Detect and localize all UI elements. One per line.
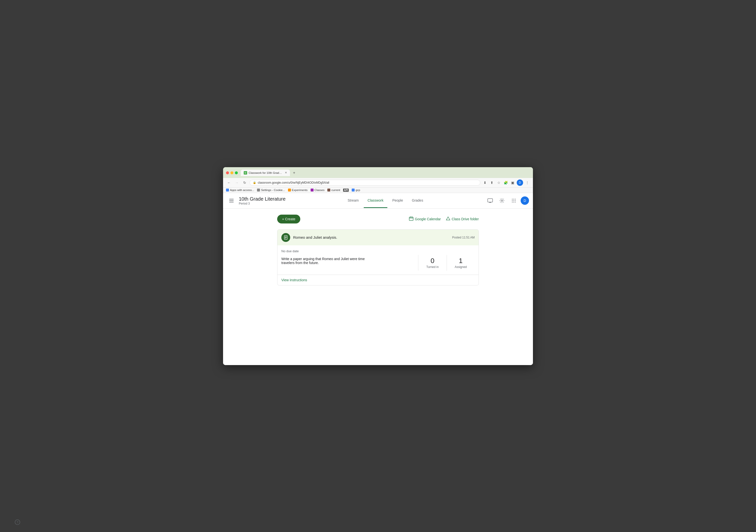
sidebar-icon[interactable]: ▣	[510, 180, 515, 185]
forward-button[interactable]: →	[234, 180, 240, 186]
header-actions: D	[485, 196, 529, 205]
bookmark-current-favicon	[327, 189, 330, 192]
svg-point-11	[514, 200, 514, 201]
bookmark-apps-label: Apps with access...	[230, 189, 254, 192]
assignment-card: Romeo and Juliet analysis. Posted 11:51 …	[277, 229, 479, 285]
bookmark-classes-favicon	[310, 189, 313, 192]
svg-point-8	[514, 199, 514, 200]
svg-rect-0	[229, 199, 234, 200]
assigned-label: Assigned	[455, 265, 467, 269]
bookmark-experiments[interactable]: Experiments	[288, 189, 308, 192]
svg-point-13	[512, 202, 513, 202]
close-window-button[interactable]	[226, 171, 229, 174]
tabs-row: C Classwork for 10th Grade Liter... ✕ +	[241, 170, 525, 176]
no-due-date: No due date	[281, 249, 475, 253]
browser-window: C Classwork for 10th Grade Liter... ✕ + …	[223, 167, 533, 365]
bookmark-settings-favicon	[257, 189, 260, 192]
bookmarks-bar: Apps with access... Settings - Cookie...…	[223, 188, 533, 193]
classwork-toolbar: + Create Google Calendar	[277, 215, 479, 224]
svg-rect-1	[229, 200, 234, 201]
tab-stream[interactable]: Stream	[343, 194, 363, 208]
tab-people[interactable]: People	[388, 194, 407, 208]
tab-title: Classwork for 10th Grade Liter...	[249, 171, 282, 174]
url-text: classroom.google.com/u/0/w/NjEyMDI4ODIxM…	[258, 181, 329, 184]
tab-close-button[interactable]: ✕	[285, 171, 287, 174]
tab-favicon: C	[244, 171, 247, 174]
svg-rect-16	[409, 217, 413, 221]
bookmark-gcp-label: gcp	[356, 189, 360, 192]
bookmark-apps-favicon	[226, 189, 229, 192]
address-field[interactable]: 🔒 classroom.google.com/u/0/w/NjEyMDI4ODI…	[250, 180, 480, 186]
calendar-icon	[409, 216, 414, 222]
svg-point-12	[515, 200, 516, 201]
google-calendar-link[interactable]: Google Calendar	[409, 216, 441, 222]
tab-classwork[interactable]: Classwork	[364, 194, 388, 208]
extension-icon[interactable]: 🧩	[503, 180, 508, 185]
assigned-count: 1	[455, 257, 467, 265]
present-icon[interactable]	[485, 196, 495, 205]
page-content: 10th Grade Literature Period 3 Stream Cl…	[223, 193, 533, 365]
lock-icon: 🔒	[253, 181, 256, 184]
bookmark-apps[interactable]: Apps with access...	[226, 189, 254, 192]
settings-icon[interactable]	[497, 196, 507, 205]
assignment-body-row: Write a paper arguing that Romeo and Jul…	[281, 255, 475, 271]
assignment-icon-wrap	[281, 233, 290, 242]
svg-rect-3	[488, 199, 493, 202]
bookmark-classes[interactable]: Classes	[310, 189, 325, 192]
bookmark-settings[interactable]: Settings - Cookie...	[257, 189, 285, 192]
tab-grades[interactable]: Grades	[408, 194, 427, 208]
bookmark-icon[interactable]: ☆	[496, 180, 501, 185]
svg-point-10	[512, 200, 513, 201]
main-nav: Stream Classwork People Grades	[343, 194, 427, 208]
address-bar-row: ← → ↻ 🔒 classroom.google.com/u/0/w/NjEyM…	[223, 178, 533, 188]
assignment-description: Write a paper arguing that Romeo and Jul…	[281, 257, 375, 265]
create-button[interactable]: + Create	[277, 215, 300, 224]
browser-toolbar-icons: ⬇ ⬆ ☆ 🧩 ▣ D ⋮	[482, 179, 530, 186]
svg-point-6	[501, 200, 503, 201]
bookmark-api[interactable]: API	[343, 189, 349, 192]
svg-rect-2	[229, 202, 234, 202]
assigned-stat: 1 Assigned	[446, 255, 475, 271]
maximize-window-button[interactable]	[235, 171, 238, 174]
class-period: Period 3	[239, 202, 285, 205]
class-info: 10th Grade Literature Period 3	[239, 196, 285, 205]
assignment-title: Romeo and Juliet analysis.	[293, 235, 452, 239]
minimize-window-button[interactable]	[230, 171, 233, 174]
svg-point-7	[512, 199, 513, 200]
user-avatar[interactable]: D	[521, 197, 529, 205]
assignment-header[interactable]: Romeo and Juliet analysis. Posted 11:51 …	[278, 229, 478, 245]
menu-icon[interactable]: ⋮	[525, 180, 530, 185]
back-button[interactable]: ←	[226, 180, 232, 186]
bookmark-settings-label: Settings - Cookie...	[261, 189, 285, 192]
app-header: 10th Grade Literature Period 3 Stream Cl…	[223, 193, 533, 209]
view-instructions-link[interactable]: View instructions	[281, 278, 307, 282]
bookmark-gcp-favicon	[352, 189, 355, 192]
class-drive-folder-label: Class Drive folder	[452, 217, 479, 221]
active-tab[interactable]: C Classwork for 10th Grade Liter... ✕	[241, 170, 290, 176]
classwork-area: + Create Google Calendar	[267, 209, 489, 291]
toolbar-links: Google Calendar Class Drive folder	[409, 216, 479, 222]
bookmark-current[interactable]: current	[327, 189, 340, 192]
new-tab-button[interactable]: +	[291, 170, 297, 176]
bookmark-gcp[interactable]: gcp	[352, 189, 360, 192]
turned-in-label: Turned in	[426, 265, 439, 269]
share-icon[interactable]: ⬆	[489, 180, 495, 185]
bookmark-classes-label: Classes	[314, 189, 325, 192]
bookmark-api-badge: API	[343, 189, 349, 192]
browser-user-avatar[interactable]: D	[517, 179, 523, 186]
assignment-footer: View instructions	[278, 275, 478, 285]
bookmark-current-label: current	[331, 189, 340, 192]
class-drive-folder-link[interactable]: Class Drive folder	[446, 217, 479, 222]
svg-point-14	[514, 202, 514, 202]
window-controls	[226, 171, 238, 174]
assignment-description-area: Write a paper arguing that Romeo and Jul…	[281, 257, 375, 269]
download-icon[interactable]: ⬇	[482, 180, 488, 185]
reload-button[interactable]: ↻	[242, 180, 248, 186]
drive-icon	[446, 217, 450, 222]
svg-point-15	[515, 202, 516, 202]
hamburger-button[interactable]	[227, 196, 236, 205]
apps-icon[interactable]	[509, 196, 519, 205]
assignment-body: No due date Write a paper arguing that R…	[278, 245, 478, 275]
assignment-stats: 0 Turned in 1 Assigned	[418, 255, 475, 271]
class-name: 10th Grade Literature	[239, 196, 285, 202]
